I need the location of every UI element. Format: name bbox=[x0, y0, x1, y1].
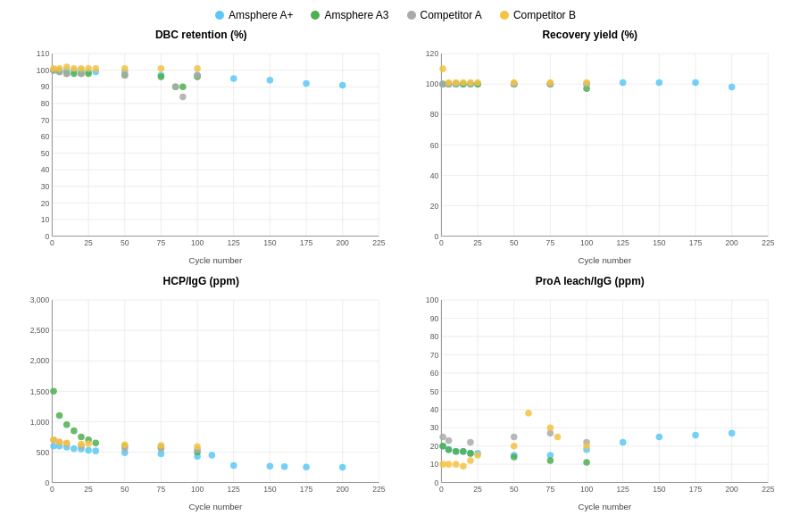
svg-point-241 bbox=[158, 442, 165, 449]
svg-text:125: 125 bbox=[228, 485, 241, 494]
svg-point-136 bbox=[619, 79, 626, 87]
svg-point-78 bbox=[179, 94, 187, 101]
svg-text:200: 200 bbox=[337, 238, 350, 247]
svg-point-81 bbox=[56, 65, 63, 72]
svg-point-325 bbox=[583, 442, 590, 449]
svg-point-235 bbox=[50, 436, 57, 444]
svg-text:100: 100 bbox=[425, 295, 438, 304]
svg-point-218 bbox=[50, 387, 57, 395]
svg-text:1,500: 1,500 bbox=[30, 387, 50, 395]
svg-point-219 bbox=[56, 411, 63, 419]
legend-dot-amsphere-aplus bbox=[215, 11, 224, 20]
svg-point-68 bbox=[158, 73, 165, 80]
svg-point-214 bbox=[267, 462, 274, 470]
svg-text:500: 500 bbox=[37, 447, 50, 456]
svg-point-305 bbox=[467, 450, 474, 457]
svg-text:80: 80 bbox=[429, 110, 438, 119]
svg-point-86 bbox=[92, 65, 99, 72]
svg-text:75: 75 bbox=[545, 238, 554, 247]
legend-dot-competitor-b bbox=[500, 11, 509, 20]
chart-svg-dbc-retention: 0102030405060708090100110025507510012515… bbox=[9, 43, 394, 270]
svg-point-315 bbox=[439, 461, 446, 468]
svg-text:40: 40 bbox=[41, 165, 50, 174]
svg-point-207 bbox=[85, 446, 92, 453]
main-container: Amsphere A+ Amsphere A3 Competitor A Com… bbox=[0, 0, 791, 532]
svg-text:30: 30 bbox=[41, 182, 50, 191]
svg-text:125: 125 bbox=[228, 238, 241, 247]
svg-text:90: 90 bbox=[41, 82, 50, 91]
svg-point-309 bbox=[439, 433, 446, 440]
svg-point-208 bbox=[92, 447, 99, 454]
svg-text:2,500: 2,500 bbox=[30, 326, 50, 335]
svg-text:Cycle number: Cycle number bbox=[189, 501, 243, 511]
svg-text:125: 125 bbox=[616, 485, 629, 494]
svg-point-88 bbox=[158, 65, 165, 72]
svg-point-137 bbox=[655, 79, 662, 87]
svg-text:1,000: 1,000 bbox=[30, 417, 50, 426]
chart-title-proa-leach: ProA leach/IgG (ppm) bbox=[536, 275, 645, 287]
chart-title-hcp-igg: HCP/IgG (ppm) bbox=[163, 275, 239, 287]
svg-text:Cycle number: Cycle number bbox=[578, 255, 631, 265]
svg-text:20: 20 bbox=[429, 441, 438, 450]
svg-point-236 bbox=[56, 438, 63, 445]
svg-text:0: 0 bbox=[50, 485, 54, 494]
svg-point-158 bbox=[452, 79, 459, 87]
svg-point-322 bbox=[525, 410, 532, 417]
svg-point-79 bbox=[194, 71, 201, 79]
svg-point-222 bbox=[78, 433, 85, 440]
svg-text:0: 0 bbox=[439, 238, 444, 247]
svg-text:0: 0 bbox=[50, 238, 54, 247]
legend-dot-amsphere-a3 bbox=[311, 11, 320, 20]
svg-point-163 bbox=[546, 79, 554, 87]
svg-point-307 bbox=[546, 457, 554, 464]
svg-point-240 bbox=[121, 441, 129, 448]
svg-text:0: 0 bbox=[439, 485, 444, 494]
legend-label-amsphere-aplus: Amsphere A+ bbox=[229, 9, 293, 21]
svg-point-161 bbox=[474, 79, 481, 87]
svg-text:80: 80 bbox=[429, 332, 438, 341]
svg-text:20: 20 bbox=[41, 199, 50, 208]
svg-point-297 bbox=[619, 438, 626, 445]
svg-text:50: 50 bbox=[41, 149, 50, 158]
svg-text:175: 175 bbox=[688, 485, 702, 494]
svg-point-298 bbox=[655, 433, 662, 440]
svg-text:40: 40 bbox=[429, 405, 438, 414]
svg-point-239 bbox=[85, 440, 92, 447]
svg-point-217 bbox=[339, 463, 346, 470]
legend-item-competitor-a: Competitor A bbox=[407, 9, 482, 21]
svg-text:225: 225 bbox=[372, 238, 386, 247]
svg-point-138 bbox=[692, 79, 699, 87]
svg-point-80 bbox=[50, 65, 57, 72]
svg-text:25: 25 bbox=[84, 485, 93, 494]
svg-text:100: 100 bbox=[191, 238, 204, 247]
svg-text:200: 200 bbox=[337, 485, 350, 494]
svg-point-82 bbox=[63, 63, 71, 71]
svg-text:100: 100 bbox=[425, 79, 438, 88]
svg-text:175: 175 bbox=[300, 485, 313, 494]
svg-text:20: 20 bbox=[429, 202, 438, 211]
svg-text:0: 0 bbox=[45, 478, 49, 486]
svg-point-306 bbox=[510, 453, 517, 461]
svg-point-156 bbox=[439, 65, 446, 72]
svg-point-202 bbox=[50, 442, 57, 449]
svg-point-220 bbox=[63, 421, 71, 428]
legend-label-competitor-a: Competitor A bbox=[420, 9, 482, 21]
svg-text:125: 125 bbox=[616, 238, 629, 247]
svg-point-301 bbox=[439, 442, 446, 449]
svg-point-85 bbox=[85, 65, 92, 72]
svg-text:60: 60 bbox=[429, 369, 438, 378]
svg-text:175: 175 bbox=[688, 238, 702, 247]
svg-text:10: 10 bbox=[429, 460, 438, 469]
svg-point-320 bbox=[474, 452, 481, 459]
svg-point-83 bbox=[71, 65, 78, 72]
legend-label-amsphere-a3: Amsphere A3 bbox=[324, 9, 388, 21]
svg-text:200: 200 bbox=[725, 238, 738, 247]
svg-point-324 bbox=[554, 433, 561, 440]
svg-point-57 bbox=[230, 75, 237, 82]
chart-recovery-yield: Recovery yield (%)0204060801001200255075… bbox=[398, 29, 783, 270]
svg-point-164 bbox=[583, 79, 590, 87]
svg-point-160 bbox=[467, 79, 474, 87]
charts-grid: DBC retention (%)01020304050607080901001… bbox=[9, 29, 782, 516]
svg-point-77 bbox=[172, 84, 179, 91]
svg-text:225: 225 bbox=[762, 238, 775, 247]
